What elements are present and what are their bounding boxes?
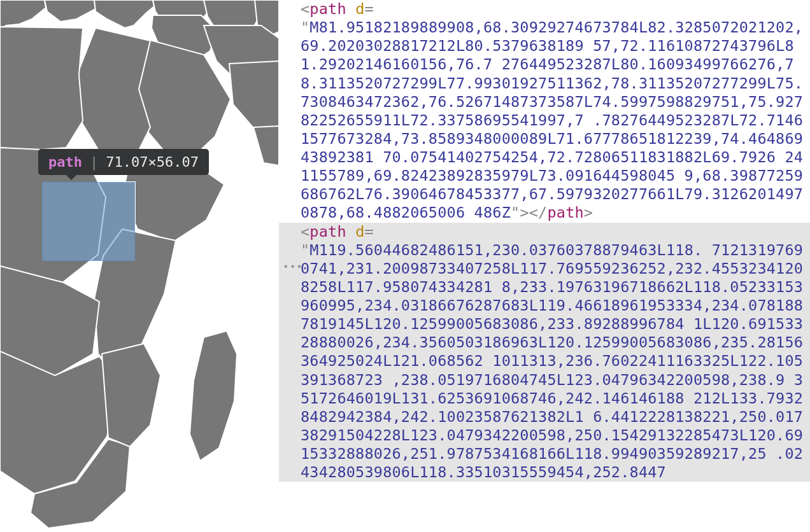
devtools-layout: path | 71.07×56.07 ••• <path d="M81.9518… — [0, 0, 810, 532]
element-highlight-overlay — [42, 182, 135, 261]
map-svg — [0, 0, 279, 532]
path-element-1[interactable]: <path d="M81.95182189889908,68.309292746… — [301, 0, 810, 223]
tooltip-separator: | — [90, 154, 98, 170]
path1-d-attr: M81.95182189889908,68.30929274673784L82.… — [301, 18, 810, 221]
inspector-tooltip: path | 71.07×56.07 — [38, 149, 209, 175]
tooltip-dimensions: 71.07×56.07 — [106, 154, 199, 170]
elements-source-panel[interactable]: ••• <path d="M81.95182189889908,68.30929… — [279, 0, 810, 532]
map-preview-panel: path | 71.07×56.07 — [0, 0, 279, 532]
path-element-2-selected[interactable]: <path d="M119.56044682486151,230.0376037… — [279, 223, 810, 482]
expand-icon[interactable]: ••• — [283, 261, 303, 274]
tooltip-tagname: path — [48, 154, 82, 170]
path2-d-attr: M119.56044682486151,230.03760378879463L1… — [301, 241, 803, 482]
